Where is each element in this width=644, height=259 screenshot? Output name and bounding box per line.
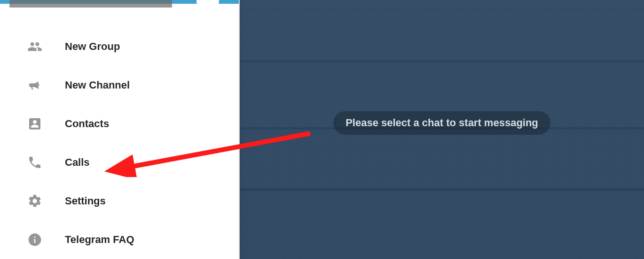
menu-item-faq[interactable]: Telegram FAQ — [0, 220, 239, 259]
gear-icon — [26, 193, 43, 210]
empty-state-prompt: Please select a chat to start messaging — [333, 111, 550, 135]
menu-item-contacts[interactable]: Contacts — [0, 105, 239, 143]
main-menu: New Group New Channel Contacts Calls — [0, 4, 239, 259]
header-bar — [0, 0, 239, 4]
menu-item-new-channel[interactable]: New Channel — [0, 66, 239, 105]
app-root: New Group New Channel Contacts Calls — [0, 0, 644, 259]
chat-area: Please select a chat to start messaging — [240, 0, 644, 259]
menu-item-new-group[interactable]: New Group — [0, 27, 239, 66]
search-input[interactable] — [9, 0, 172, 8]
menu-item-label: Telegram FAQ — [65, 234, 134, 246]
group-icon — [26, 38, 43, 55]
sidebar: New Group New Channel Contacts Calls — [0, 0, 240, 259]
menu-item-calls[interactable]: Calls — [0, 143, 239, 182]
contact-icon — [26, 115, 43, 132]
info-icon — [26, 231, 43, 248]
menu-item-label: New Channel — [65, 79, 130, 91]
megaphone-icon — [26, 77, 43, 94]
menu-item-label: Contacts — [65, 118, 109, 130]
menu-item-label: Calls — [65, 156, 90, 169]
phone-icon — [26, 154, 43, 171]
menu-item-label: Settings — [65, 195, 106, 207]
menu-item-label: New Group — [65, 40, 120, 53]
menu-item-settings[interactable]: Settings — [0, 182, 239, 220]
